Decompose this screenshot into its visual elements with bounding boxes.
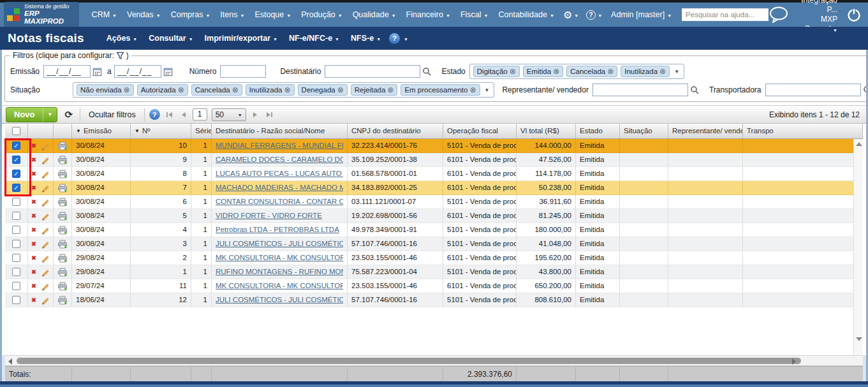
remove-tag-icon[interactable]: ⊗ — [553, 67, 559, 76]
page-menu-nfs-e[interactable]: NFS-e▼ — [345, 34, 386, 43]
print-icon[interactable] — [57, 296, 68, 305]
delete-icon[interactable]: ✖ — [31, 167, 36, 180]
filter-tag-cancelada[interactable]: Cancelada⊗ — [191, 84, 242, 96]
filter-tag-inutilizada[interactable]: Inutilizada⊗ — [621, 66, 670, 77]
col-header-destinatario[interactable]: Destinatário - Razão social/Nome — [212, 124, 348, 138]
scroll-down-icon[interactable] — [856, 337, 862, 341]
destinatario-link[interactable]: MK CONSULTORIA - MK CONSULTORIA — [216, 251, 343, 265]
destinatario-link[interactable]: MUNDIAL FERRAGENS - MUNDIAL FERR... — [216, 139, 343, 152]
prev-page-icon[interactable] — [179, 112, 188, 118]
print-icon[interactable] — [57, 226, 68, 235]
print-icon[interactable] — [57, 212, 68, 221]
vertical-scrollbar[interactable] — [853, 139, 863, 355]
col-header-vl-total[interactable]: Vl total (R$) — [517, 124, 576, 138]
print-icon[interactable] — [57, 268, 68, 277]
admin-menu[interactable]: Admin [master] ▼ — [606, 10, 677, 19]
row-checkbox[interactable] — [12, 226, 20, 234]
table-row[interactable]: ✖ 29/07/24 11 1 MK CONSULTORIA - MK CONS… — [5, 279, 863, 293]
situacao-tag-group[interactable]: Não enviada⊗Autorizada⊗Cancelada⊗Inutili… — [73, 82, 494, 98]
page-menu-imprimir-exportar[interactable]: Imprimir/exportar▼ — [199, 34, 283, 43]
delete-icon[interactable]: ✖ — [31, 181, 36, 194]
row-checkbox[interactable] — [12, 212, 20, 220]
emissao-from-input[interactable] — [43, 65, 91, 78]
destinatario-link[interactable]: RUFINO MONTAGENS - RUFINO MONTA... — [216, 265, 343, 279]
delete-icon[interactable]: ✖ — [31, 279, 36, 293]
table-row[interactable]: ✖ 30/08/24 4 1 Petrobras LTDA - PETROBRA… — [5, 223, 863, 237]
edit-pencil-icon[interactable] — [41, 156, 50, 164]
page-size-select[interactable]: 50 ▼ — [212, 108, 246, 121]
delete-icon[interactable]: ✖ — [31, 195, 36, 208]
menu-produ-o[interactable]: Produção▼ — [296, 10, 347, 19]
col-header-representante[interactable]: Representante/ vendedor — [668, 124, 743, 138]
table-row[interactable]: ✓ ✖ 30/08/24 7 1 MACHADO MADEIRAS - MACH… — [5, 181, 863, 195]
col-header-emissao[interactable]: ▼Emissão — [72, 124, 131, 138]
edit-pencil-icon[interactable] — [41, 254, 50, 263]
delete-icon[interactable]: ✖ — [31, 237, 36, 251]
search-icon[interactable] — [690, 85, 699, 94]
transportadora-input[interactable] — [765, 84, 861, 96]
delete-icon[interactable]: ✖ — [31, 293, 36, 307]
filters-legend[interactable]: Filtros (clique para configurar: ) — [10, 51, 131, 60]
chevron-down-icon[interactable]: ▼ — [673, 69, 680, 75]
filter-tag-autorizada[interactable]: Autorizada⊗ — [137, 84, 188, 96]
table-row[interactable]: ✖ 29/08/24 2 1 MK CONSULTORIA - MK CONSU… — [5, 251, 863, 265]
filter-tag-digita-o[interactable]: Digitação⊗ — [473, 66, 520, 77]
table-row[interactable]: ✖ 18/06/24 12 1 JULI COSMÉTICOS - JULI C… — [5, 293, 863, 307]
delete-icon[interactable]: ✖ — [31, 223, 36, 237]
remove-tag-icon[interactable]: ⊗ — [469, 85, 476, 94]
page-menu-a-es[interactable]: Ações▼ — [101, 34, 143, 43]
remove-tag-icon[interactable]: ⊗ — [284, 85, 291, 94]
chevron-down-icon[interactable]: ▼ — [404, 37, 408, 41]
row-checkbox[interactable] — [12, 240, 20, 248]
table-row[interactable]: ✓ ✖ 30/08/24 10 1 MUNDIAL FERRAGENS - MU… — [5, 139, 863, 153]
search-icon[interactable] — [863, 85, 868, 94]
remove-tag-icon[interactable]: ⊗ — [124, 85, 130, 94]
calendar-icon[interactable] — [163, 67, 173, 77]
help-search-input[interactable] — [682, 8, 769, 21]
remove-tag-icon[interactable]: ⊗ — [607, 67, 614, 76]
col-header-transportadora[interactable]: Transpo — [743, 124, 863, 138]
destinatario-link[interactable]: Petrobras LTDA - PETROBRAS LTDA — [216, 223, 339, 237]
destinatario-link[interactable]: JULI COSMÉTICOS - JULI COSMÉTICOS — [216, 237, 343, 251]
filter-tag-emitida[interactable]: Emitida⊗ — [523, 66, 563, 77]
emissao-to-input[interactable] — [114, 65, 161, 78]
horizontal-scrollbar[interactable] — [5, 355, 863, 366]
table-row[interactable]: ✓ ✖ 30/08/24 8 1 LUCAS AUTO PECAS - LUCA… — [5, 167, 863, 181]
row-checkbox[interactable]: ✓ — [12, 156, 20, 164]
filter-tag-n-o-enviada[interactable]: Não enviada⊗ — [77, 84, 134, 96]
print-icon[interactable] — [57, 198, 68, 207]
print-icon[interactable] — [57, 184, 68, 193]
table-row[interactable]: ✓ ✖ 30/08/24 9 1 CARAMELO DOCES - CARAME… — [5, 153, 863, 167]
col-header-serie[interactable]: Série — [191, 124, 212, 138]
row-checkbox[interactable] — [12, 254, 20, 262]
chat-bubble-icon[interactable] — [769, 6, 789, 23]
print-icon[interactable] — [57, 282, 68, 291]
filter-tag-cancelada[interactable]: Cancelada⊗ — [566, 66, 617, 77]
chevron-down-icon[interactable]: ▼ — [483, 87, 491, 93]
filter-tag-denegada[interactable]: Denegada⊗ — [298, 84, 348, 96]
delete-icon[interactable]: ✖ — [31, 139, 36, 152]
edit-pencil-icon[interactable] — [41, 240, 50, 249]
edit-pencil-icon[interactable] — [41, 170, 50, 179]
menu-crm[interactable]: CRM▼ — [87, 10, 122, 19]
table-row[interactable]: ✖ 30/08/24 3 1 JULI COSMÉTICOS - JULI CO… — [5, 237, 863, 251]
row-checkbox[interactable]: ✓ — [12, 170, 20, 178]
scroll-left-icon[interactable] — [8, 358, 12, 365]
row-checkbox[interactable]: ✓ — [12, 184, 20, 192]
row-checkbox[interactable] — [12, 282, 20, 290]
page-menu-nf-e-nfc-e[interactable]: NF-e/NFC-e▼ — [283, 34, 345, 43]
delete-icon[interactable]: ✖ — [31, 251, 36, 265]
logout-power-icon[interactable] — [846, 7, 862, 22]
remove-tag-icon[interactable]: ⊗ — [510, 67, 516, 76]
refresh-icon[interactable]: ⟳ — [62, 109, 75, 120]
help-menu[interactable]: ? ▼ — [582, 10, 606, 20]
menu-contabilidade[interactable]: Contabilidade▼ — [493, 10, 559, 19]
settings-menu[interactable]: ⚙ ▼ — [559, 9, 582, 21]
print-icon[interactable] — [57, 156, 68, 164]
edit-pencil-icon[interactable] — [41, 184, 50, 193]
page-number-input[interactable]: 1 — [193, 108, 207, 120]
page-help-icon[interactable]: ? — [389, 33, 400, 44]
delete-icon[interactable]: ✖ — [31, 265, 36, 279]
destinatario-link[interactable]: VIDRO FORTE - VIDRO FORTE — [216, 209, 322, 223]
edit-pencil-icon[interactable] — [41, 226, 50, 235]
